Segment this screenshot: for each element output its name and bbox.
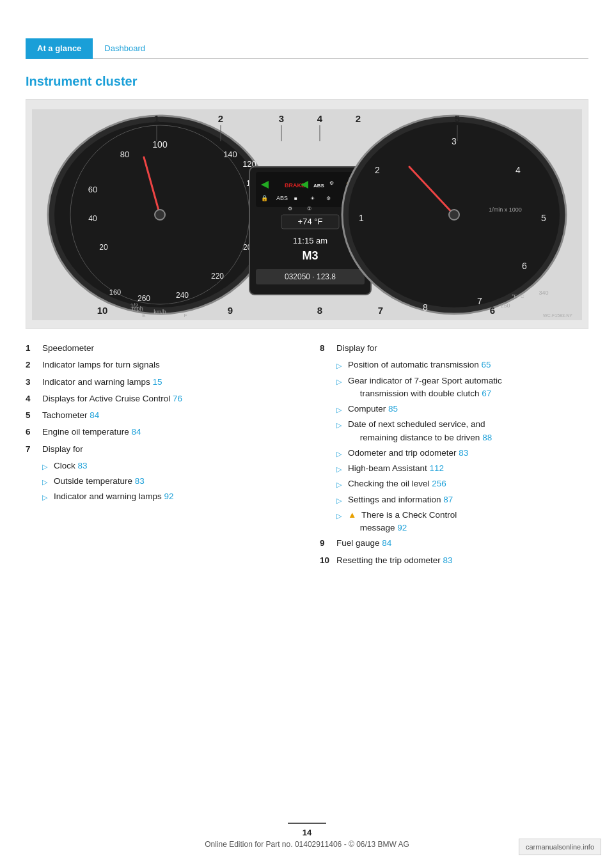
svg-text:5: 5 xyxy=(455,113,460,124)
arrow-icon-7-3: ▷ xyxy=(42,492,50,503)
svg-text:40: 40 xyxy=(88,214,97,223)
tab-dashboard[interactable]: Dashboard xyxy=(93,38,157,59)
tab-at-a-glance[interactable]: At a glance xyxy=(26,38,93,59)
item-8-sub-2: ▷ Gear indicator of 7-gear Sport automat… xyxy=(336,375,588,401)
item-8-sub-7: ▷ Checking the oil level 256 xyxy=(336,477,588,490)
item-5-number: 5 xyxy=(26,409,38,422)
svg-point-21 xyxy=(155,210,165,220)
arrow-icon-8-2: ▷ xyxy=(336,376,344,387)
item-5: 5 Tachometer 84 xyxy=(26,409,294,422)
item-8-sub-3: ▷ Computer 85 xyxy=(336,403,588,415)
svg-text:220: 220 xyxy=(211,272,224,281)
logo-area: carmanualsonline.info xyxy=(519,839,601,855)
item-7-sub-3: ▷ Indicator and warning lamps 92 xyxy=(42,490,294,503)
arrow-icon-7-1: ▷ xyxy=(42,461,50,472)
item-7-sub-1-text: Clock 83 xyxy=(54,460,88,472)
svg-text:100: 100 xyxy=(152,139,168,150)
svg-text:6: 6 xyxy=(490,305,495,316)
arrow-icon-7-2: ▷ xyxy=(42,477,50,488)
item-8-sub-4-text: Date of next scheduled service, and rema… xyxy=(348,418,492,444)
item-7-subitems: ▷ Clock 83 ▷ Outside temperature 83 ▷ In… xyxy=(42,460,294,504)
svg-text:2: 2 xyxy=(356,113,361,124)
svg-text:3: 3 xyxy=(452,136,457,146)
svg-text:⚙: ⚙ xyxy=(288,206,292,212)
item-10-number: 10 xyxy=(320,554,333,567)
svg-text:⚙: ⚙ xyxy=(329,180,334,186)
svg-text:°F/°C: °F/°C xyxy=(512,293,524,299)
svg-text:1/min x 1000: 1/min x 1000 xyxy=(489,206,522,213)
svg-text:3: 3 xyxy=(279,113,284,124)
item-9-text: Fuel gauge 84 xyxy=(336,537,391,550)
svg-text:■: ■ xyxy=(294,196,297,201)
item-7: 7 Display for xyxy=(26,443,294,456)
item-2-text: Indicator lamps for turn signals xyxy=(42,359,160,371)
item-8-sub-1: ▷ Position of automatic transmission 65 xyxy=(336,359,588,371)
svg-text:260: 260 xyxy=(138,294,150,303)
svg-text:60: 60 xyxy=(88,185,97,194)
item-1-number: 1 xyxy=(26,342,38,355)
cluster-diagram: 100 80 120 60 40 20 140 160 180 200 220 … xyxy=(26,99,588,329)
item-3: 3 Indicator and warning lamps 15 xyxy=(26,376,294,389)
arrow-icon-8-9: ▷ xyxy=(336,511,344,522)
item-10-text: Resetting the trip odometer 83 xyxy=(336,554,453,567)
item-4-link[interactable]: 76 xyxy=(173,394,182,403)
item-6-link[interactable]: 84 xyxy=(132,427,141,437)
svg-text:10: 10 xyxy=(97,305,108,316)
item-9-number: 9 xyxy=(320,537,333,550)
item-6: 6 Engine oil temperature 84 xyxy=(26,426,294,438)
svg-text:140: 140 xyxy=(223,150,237,159)
item-8-sub-2-text: Gear indicator of 7-gear Sport automatic… xyxy=(348,375,502,401)
header-bar: At a glance Dashboard xyxy=(26,38,588,59)
arrow-icon-8-3: ▷ xyxy=(336,405,344,415)
item-3-number: 3 xyxy=(26,376,38,389)
svg-text:240: 240 xyxy=(176,291,189,300)
svg-text:160: 160 xyxy=(109,288,121,296)
item-8-sub-8: ▷ Settings and information 87 xyxy=(336,493,588,506)
section-title: Instrument cluster xyxy=(26,74,588,89)
item-3-link[interactable]: 15 xyxy=(153,377,162,387)
item-7-sub-3-text: Indicator and warning lamps 92 xyxy=(54,490,174,503)
item-7-sub-2: ▷ Outside temperature 83 xyxy=(42,475,294,488)
item-10-link[interactable]: 83 xyxy=(443,555,453,565)
svg-text:☀: ☀ xyxy=(310,196,315,201)
item-8-sub-9: ▷ ▲ There is a Check Control message 92 xyxy=(336,509,588,535)
svg-text:E: E xyxy=(142,313,145,318)
content-area: 1 Speedometer 2 Indicator lamps for turn… xyxy=(26,342,588,571)
item-7-sub-1: ▷ Clock 83 xyxy=(42,460,294,472)
item-9: 9 Fuel gauge 84 xyxy=(320,537,588,550)
item-8: 8 Display for xyxy=(320,342,588,355)
svg-text:80: 80 xyxy=(120,150,129,159)
svg-text:2: 2 xyxy=(375,165,380,175)
page-number: 14 xyxy=(0,828,614,837)
svg-text:8: 8 xyxy=(317,305,322,316)
item-2-number: 2 xyxy=(26,359,38,371)
right-column: 8 Display for ▷ Position of automatic tr… xyxy=(320,342,588,571)
svg-text:7: 7 xyxy=(477,296,482,306)
svg-point-55 xyxy=(449,210,459,220)
svg-text:ABS: ABS xyxy=(313,183,325,189)
svg-text:⚙: ⚙ xyxy=(326,196,331,201)
item-1: 1 Speedometer xyxy=(26,342,294,355)
left-column: 1 Speedometer 2 Indicator lamps for turn… xyxy=(26,342,294,571)
item-4-text: Displays for Active Cruise Control 76 xyxy=(42,392,182,405)
svg-text:11:15 am: 11:15 am xyxy=(293,236,327,245)
item-5-link[interactable]: 84 xyxy=(90,410,99,420)
logo-box: carmanualsonline.info xyxy=(519,839,601,855)
cluster-svg: 100 80 120 60 40 20 140 160 180 200 220 … xyxy=(32,109,582,320)
warning-triangle-icon: ▲ xyxy=(348,510,356,520)
svg-text:7: 7 xyxy=(378,305,383,316)
item-8-sub-5-text: Odometer and trip odometer 83 xyxy=(348,447,468,460)
item-4-number: 4 xyxy=(26,392,38,405)
item-10: 10 Resetting the trip odometer 83 xyxy=(320,554,588,567)
item-8-sub-4: ▷ Date of next scheduled service, and re… xyxy=(336,418,588,444)
svg-text:4: 4 xyxy=(317,113,323,124)
item-9-link[interactable]: 84 xyxy=(382,538,391,548)
svg-text:①: ① xyxy=(307,206,311,212)
item-8-sub-1-text: Position of automatic transmission 65 xyxy=(348,359,491,371)
arrow-icon-8-1: ▷ xyxy=(336,360,344,371)
svg-text:20: 20 xyxy=(99,243,108,252)
svg-text:🔒: 🔒 xyxy=(261,194,269,202)
footer-line xyxy=(288,823,326,824)
item-8-sub-9-text: ▲ There is a Check Control message 92 xyxy=(348,509,457,535)
item-7-text: Display for xyxy=(42,443,83,456)
